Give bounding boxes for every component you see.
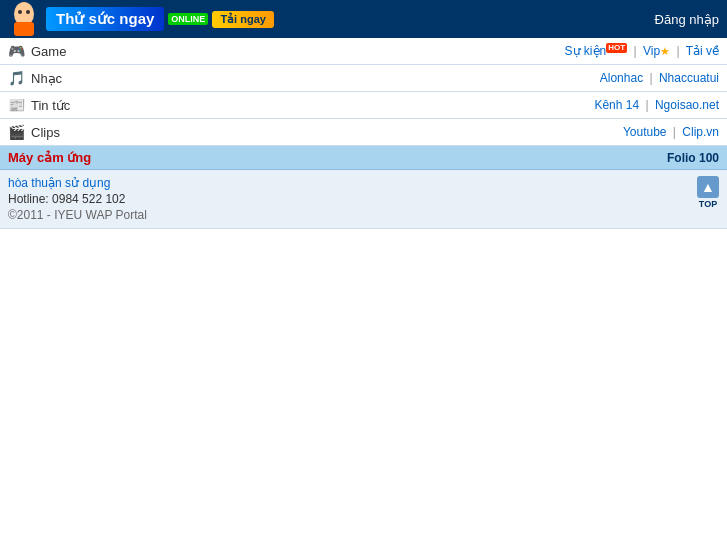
terms-link-line: hòa thuận sử dụng [8,176,147,190]
nav-left-nhac: 🎵 Nhạc [8,70,62,86]
nav-row-clips: 🎬 Clips Youtube | Clip.vn [0,119,727,146]
online-badge: ONLINE [168,13,208,25]
vip-star-icon: ★ [660,46,670,58]
sep4: | [645,98,648,112]
thu-suc-ngay-text: Thử sức ngay [46,7,164,31]
alonhac-link[interactable]: Alonhac [600,71,643,85]
su-kien-link[interactable]: Sự kiện [565,44,607,58]
header: Thử sức ngay ONLINE Tải ngay Đăng nhập [0,0,727,38]
hotline-label: Hotline: [8,192,49,206]
nav-row-game: 🎮 Game Sự kiệnHOT | Vip★ | Tải về [0,38,727,65]
top-button[interactable]: ▲ TOP [697,176,719,209]
folio-text: Folio 100 [667,151,719,165]
nav-right-game: Sự kiệnHOT | Vip★ | Tải về [565,43,719,58]
nav-row-nhac: 🎵 Nhạc Alonhac | Nhaccuatui [0,65,727,92]
game-icon: 🎮 [8,43,25,59]
nav-right-tintuc: Kênh 14 | Ngoisao.net [594,98,719,112]
youtube-link[interactable]: Youtube [623,125,667,139]
nav-right-nhac: Alonhac | Nhaccuatui [600,71,719,85]
blue-bar: Máy cảm ứng Folio 100 [0,146,727,170]
kenh14-link[interactable]: Kênh 14 [594,98,639,112]
footer-inner: hòa thuận sử dụng Hotline: 0984 522 102 … [8,176,719,222]
sep5: | [673,125,676,139]
sep3: | [649,71,652,85]
hotline-line: Hotline: 0984 522 102 [8,192,147,206]
nav-left-game: 🎮 Game [8,43,66,59]
copyright-text: ©2011 - IYEU WAP Portal [8,208,147,222]
top-label: TOP [699,199,717,209]
top-arrow-icon: ▲ [697,176,719,198]
nav-left-clips: 🎬 Clips [8,124,60,140]
nav-left-tintuc: 📰 Tin tức [8,97,70,113]
footer-area: hòa thuận sử dụng Hotline: 0984 522 102 … [0,170,727,229]
nhac-icon: 🎵 [8,70,25,86]
nav-right-clips: Youtube | Clip.vn [623,125,719,139]
banner-area: Thử sức ngay ONLINE Tải ngay [46,7,274,31]
hotline-number: 0984 522 102 [52,192,125,206]
content-area [0,229,727,509]
footer-text: hòa thuận sử dụng Hotline: 0984 522 102 … [8,176,147,222]
svg-point-3 [26,10,30,14]
clipvn-link[interactable]: Clip.vn [682,125,719,139]
may-cam-ung-link[interactable]: Máy cảm ứng [8,150,91,165]
vip-link[interactable]: Vip★ [643,44,670,58]
nav-row-tintuc: 📰 Tin tức Kênh 14 | Ngoisao.net [0,92,727,119]
tai-ngay-button[interactable]: Tải ngay [212,11,274,28]
clips-icon: 🎬 [8,124,25,140]
nav-rows: 🎮 Game Sự kiệnHOT | Vip★ | Tải về 🎵 Nhạc… [0,38,727,146]
dang-nhap-link[interactable]: Đăng nhập [655,12,719,27]
logo [8,2,40,36]
sep2: | [676,44,679,58]
ngoisao-link[interactable]: Ngoisao.net [655,98,719,112]
tintuc-icon: 📰 [8,97,25,113]
nhac-label: Nhạc [31,71,62,86]
clips-label: Clips [31,125,60,140]
logo-avatar-icon [8,2,40,36]
tintuc-label: Tin tức [31,98,70,113]
sep1: | [633,44,636,58]
svg-rect-1 [14,22,34,36]
hoa-thuan-su-dung-link[interactable]: hòa thuận sử dụng [8,176,110,190]
game-label: Game [31,44,66,59]
nhaccuatui-link[interactable]: Nhaccuatui [659,71,719,85]
tai-ve-link[interactable]: Tải về [686,44,719,58]
header-left: Thử sức ngay ONLINE Tải ngay [8,2,274,36]
hot-badge: HOT [606,43,627,53]
svg-point-2 [18,10,22,14]
